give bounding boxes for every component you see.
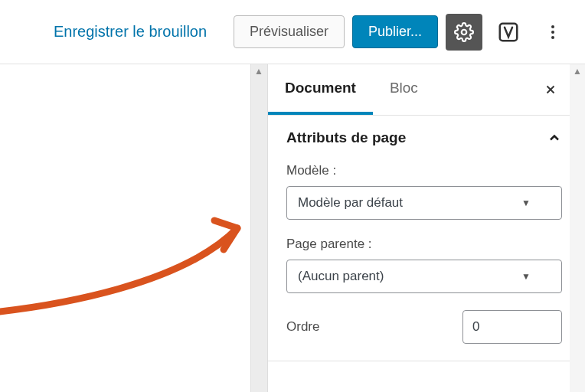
svg-point-2	[551, 25, 554, 28]
settings-sidebar: ▲ Document Bloc Attributs de page	[267, 64, 585, 392]
order-field: Ordre	[286, 310, 562, 344]
sidebar-scrollbar[interactable]: ▲	[570, 64, 585, 392]
editor-main: ▲ ▲ Document Bloc Attributs de page	[0, 64, 585, 392]
settings-button[interactable]	[446, 14, 482, 51]
chevron-down-icon: ▼	[521, 271, 531, 282]
panel-title: Attributs de page	[286, 129, 406, 146]
yoast-button[interactable]	[490, 14, 527, 51]
chevron-down-icon: ▼	[521, 198, 531, 208]
scroll-up-icon: ▲	[252, 66, 266, 77]
parent-select-value: (Aucun parent)	[298, 269, 384, 284]
svg-point-0	[462, 29, 467, 34]
svg-point-4	[551, 36, 554, 39]
canvas-scrollbar[interactable]: ▲	[250, 64, 267, 392]
template-label: Modèle :	[286, 163, 562, 178]
template-field: Modèle : Modèle par défaut ▼	[286, 163, 562, 220]
panel-toggle[interactable]: Attributs de page	[286, 129, 562, 146]
order-label: Ordre	[286, 319, 319, 335]
yoast-icon	[497, 21, 520, 44]
parent-field: Page parente : (Aucun parent) ▼	[286, 237, 562, 293]
order-input[interactable]	[462, 310, 562, 344]
more-options-button[interactable]	[534, 14, 571, 51]
panel-body: Modèle : Modèle par défaut ▼ Page parent…	[286, 146, 562, 344]
close-icon	[544, 83, 557, 96]
save-draft-link[interactable]: Enregistrer le brouillon	[54, 23, 207, 41]
sidebar-tabs: Document Bloc	[268, 64, 585, 116]
more-vertical-icon	[544, 23, 562, 41]
preview-button[interactable]: Prévisualiser	[234, 15, 345, 48]
page-attributes-panel: Attributs de page Modèle : Modèle par dé…	[268, 116, 585, 361]
tab-bloc[interactable]: Bloc	[373, 64, 435, 115]
parent-select[interactable]: (Aucun parent) ▼	[286, 260, 562, 293]
tab-document[interactable]: Document	[268, 64, 373, 115]
editor-toolbar: Enregistrer le brouillon Prévisualiser P…	[0, 0, 585, 64]
close-sidebar-button[interactable]	[539, 67, 562, 112]
parent-label: Page parente :	[286, 237, 562, 252]
template-select[interactable]: Modèle par défaut ▼	[286, 186, 562, 220]
editor-canvas: ▲	[0, 64, 267, 392]
publish-button[interactable]: Publier...	[352, 15, 438, 48]
template-select-value: Modèle par défaut	[298, 195, 403, 211]
chevron-up-icon	[547, 130, 562, 145]
gear-icon	[454, 22, 474, 42]
svg-point-3	[551, 31, 554, 34]
scroll-up-icon: ▲	[571, 66, 583, 77]
